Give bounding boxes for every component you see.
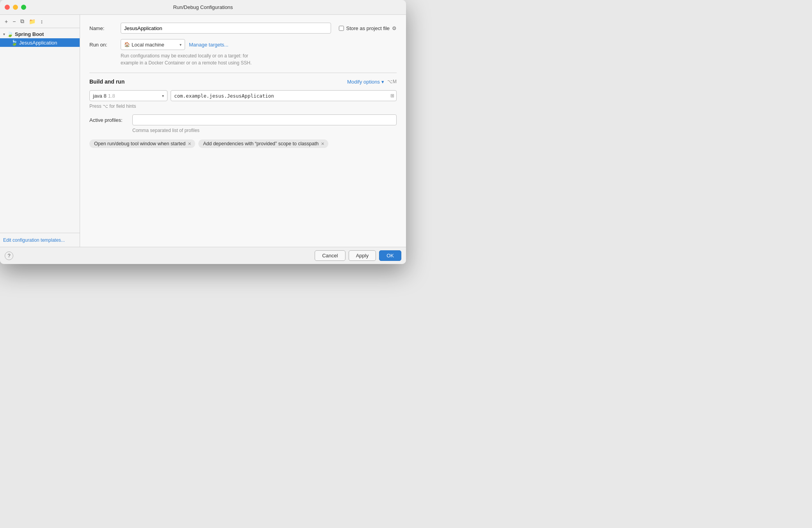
apply-button[interactable]: Apply <box>349 250 376 261</box>
store-project-checkbox[interactable] <box>339 26 344 31</box>
chevron-down-icon: ▾ <box>180 43 182 47</box>
expand-icon: ▾ <box>3 32 5 36</box>
store-project-label: Store as project file <box>346 25 390 31</box>
tag1-close-button[interactable]: ✕ <box>188 142 191 146</box>
build-run-title: Build and run <box>89 78 125 85</box>
hint-line1: Run configurations may be executed local… <box>121 53 248 59</box>
tree-area: ▾ 🍃 Spring Boot 🍃 JesusApplication <box>0 28 80 233</box>
modify-options-button[interactable]: Modify options ▾ <box>347 79 384 85</box>
help-button[interactable]: ? <box>5 252 13 260</box>
spring-icon: 🍃 <box>7 31 13 37</box>
cancel-button[interactable]: Cancel <box>315 250 345 261</box>
remove-config-button[interactable]: − <box>11 18 17 25</box>
name-label: Name: <box>89 25 117 31</box>
manage-targets-link[interactable]: Manage targets... <box>189 42 228 48</box>
tag2-close-button[interactable]: ✕ <box>321 142 324 146</box>
edit-templates-link[interactable]: Edit configuration templates... <box>3 237 65 243</box>
minimize-button[interactable] <box>13 5 18 10</box>
java-version-select[interactable]: java 8 1.8 ▾ <box>89 90 167 101</box>
store-project-area: Store as project file ⚙ <box>339 25 397 31</box>
profiles-row: Active profiles: <box>89 114 397 125</box>
copy-config-button[interactable]: ⧉ <box>19 17 26 25</box>
profiles-hint: Comma separated list of profiles <box>132 128 397 133</box>
gear-icon[interactable]: ⚙ <box>392 25 397 31</box>
build-run-header: Build and run Modify options ▾ ⌥M <box>89 78 397 85</box>
modify-options-label: Modify options <box>347 79 380 85</box>
run-on-value: Local machine <box>132 42 178 48</box>
left-panel: + − ⧉ 📁 ↕ ▾ 🍃 Spring Boot 🍃 JesusApplica… <box>0 15 80 247</box>
left-bottom: Edit configuration templates... <box>0 233 80 247</box>
left-toolbar: + − ⧉ 📁 ↕ <box>0 15 80 28</box>
modify-options-shortcut: ⌥M <box>387 79 397 84</box>
profiles-label: Active profiles: <box>89 117 128 123</box>
build-row: java 8 1.8 ▾ ⊞ <box>89 90 397 101</box>
class-input[interactable] <box>171 90 397 101</box>
close-button[interactable] <box>5 5 10 10</box>
tag1-label: Open run/debug tool window when started <box>94 141 185 146</box>
ok-button[interactable]: OK <box>379 250 401 261</box>
title-bar: Run/Debug Configurations <box>0 0 406 15</box>
bottom-left: ? <box>5 252 312 260</box>
tag-add-dependencies: Add dependencies with “provided” scope t… <box>198 139 328 148</box>
run-on-hint: Run configurations may be executed local… <box>121 52 397 66</box>
jesus-application-label: JesusApplication <box>19 40 57 46</box>
document-icon[interactable]: ⊞ <box>390 93 394 98</box>
main-content: + − ⧉ 📁 ↕ ▾ 🍃 Spring Boot 🍃 JesusApplica… <box>0 15 406 247</box>
right-panel: Name: Store as project file ⚙ Run on: 🏠 … <box>80 15 406 247</box>
window-controls <box>5 5 26 10</box>
java-version-hint: 1.8 <box>108 93 115 99</box>
class-input-wrapper: ⊞ <box>171 90 397 101</box>
home-icon: 🏠 <box>124 42 130 47</box>
tags-row: Open run/debug tool window when started … <box>89 139 397 148</box>
folder-button[interactable]: 📁 <box>27 18 37 25</box>
window-title: Run/Debug Configurations <box>173 4 233 10</box>
add-config-button[interactable]: + <box>3 18 9 25</box>
tag2-label: Add dependencies with “provided” scope t… <box>203 141 319 146</box>
bottom-bar: ? Cancel Apply OK <box>0 247 406 264</box>
hint-line2: example in a Docker Container or on a re… <box>121 60 252 66</box>
chevron-down-icon: ▾ <box>381 79 384 85</box>
tree-child-jesus-application[interactable]: 🍃 JesusApplication <box>0 38 80 47</box>
run-on-row: Run on: 🏠 Local machine ▾ Manage targets… <box>89 39 397 50</box>
spring-boot-label: Spring Boot <box>15 31 44 37</box>
tree-parent-spring-boot[interactable]: ▾ 🍃 Spring Boot <box>0 30 80 38</box>
maximize-button[interactable] <box>21 5 26 10</box>
sort-button[interactable]: ↕ <box>39 18 45 25</box>
tag-open-tool-window: Open run/debug tool window when started … <box>89 139 195 148</box>
profiles-input[interactable] <box>132 114 397 125</box>
spring-leaf-icon: 🍃 <box>11 39 18 46</box>
name-input[interactable] <box>121 23 331 34</box>
section-divider <box>89 73 397 73</box>
field-hint: Press ⌥ for field hints <box>89 103 397 109</box>
right-content: Name: Store as project file ⚙ Run on: 🏠 … <box>80 15 406 247</box>
java-select-text: java 8 <box>93 93 107 99</box>
run-on-select[interactable]: 🏠 Local machine ▾ <box>121 39 185 50</box>
java-select-arrow-icon: ▾ <box>162 94 164 98</box>
run-on-label: Run on: <box>89 42 117 48</box>
name-row: Name: Store as project file ⚙ <box>89 23 397 34</box>
